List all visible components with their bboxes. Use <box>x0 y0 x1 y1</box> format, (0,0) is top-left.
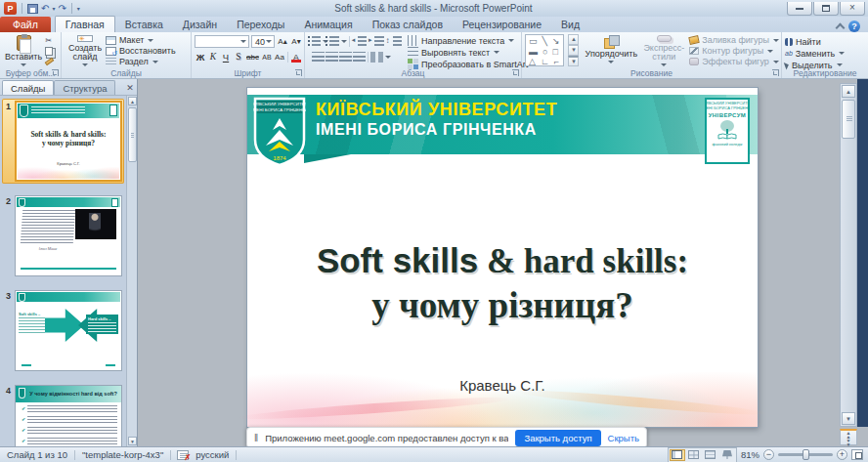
clipboard-dialog-launcher[interactable] <box>52 69 59 76</box>
font-size-combobox[interactable]: 40 <box>251 35 275 48</box>
text-direction-button[interactable]: Направление текста <box>408 35 538 46</box>
paste-button[interactable]: Вставить <box>3 34 44 67</box>
underline-button[interactable]: Ч <box>220 51 232 63</box>
redo-button[interactable]: ↷ <box>58 3 65 14</box>
normal-view-button[interactable] <box>670 449 685 461</box>
slide-scrollbar[interactable]: ▲ ▼ <box>840 83 857 427</box>
shape-elbow-connector-icon[interactable]: ⌐ <box>554 57 559 66</box>
shapes-more-button[interactable]: ▼ <box>568 56 579 66</box>
italic-button[interactable]: К <box>207 51 219 63</box>
save-icon[interactable] <box>27 4 38 14</box>
zoom-out-button[interactable]: − <box>763 449 774 460</box>
tab-insert[interactable]: Вставка <box>115 17 173 32</box>
language-indicator[interactable]: русский <box>189 449 236 460</box>
scroll-down-icon[interactable]: ▼ <box>842 412 855 425</box>
help-icon[interactable]: ? <box>848 21 860 32</box>
shape-frame-icon[interactable]: □ <box>552 47 557 58</box>
replace-button[interactable]: Заменить <box>785 48 866 59</box>
slide-thumbnail-3[interactable]: 3 Soft skills – Hard skills – <box>2 288 124 373</box>
section-button[interactable]: Раздел <box>106 57 176 66</box>
zoom-slider[interactable] <box>778 453 833 456</box>
text-shadow-button[interactable]: S <box>233 51 244 63</box>
zoom-slider-thumb[interactable] <box>803 449 809 460</box>
tab-slides-thumbnails[interactable]: Слайды <box>2 80 54 95</box>
new-slide-button[interactable]: Создать слайд <box>65 34 106 67</box>
columns-icon[interactable] <box>370 52 383 63</box>
powerpoint-app-icon[interactable]: P <box>4 2 17 15</box>
pause-icon[interactable]: ‖ <box>254 433 258 443</box>
arrange-button[interactable]: Упорядочить <box>584 34 638 67</box>
minimize-button[interactable] <box>787 2 812 16</box>
tab-home[interactable]: Главная <box>55 16 115 32</box>
spell-check-icon[interactable] <box>177 450 189 460</box>
shapes-gallery[interactable]: ▭╲↘▬○□△∟⌐→↓◇≈⌒~{}☆ <box>525 34 564 66</box>
shape-rectangle-icon[interactable]: ▭ <box>529 36 538 47</box>
font-name-combobox[interactable] <box>195 35 249 48</box>
bold-button[interactable]: Ж <box>195 51 206 63</box>
current-slide-canvas[interactable]: КИЇВСЬКИЙ УНІВЕРСИТЕТ ІМЕНІ БОРИСА ГРІНЧ… <box>247 88 758 427</box>
slide-1-preview[interactable]: Soft skills & hard skills: у чому різниц… <box>15 101 122 182</box>
zoom-in-button[interactable]: + <box>837 449 847 460</box>
slide-title[interactable]: Soft skills & hard skills: у чому різниц… <box>247 239 758 328</box>
tab-animations[interactable]: Анимация <box>294 17 362 32</box>
shape-effects-button[interactable]: Эффекты фигур <box>689 57 779 66</box>
slide-thumbnail-1[interactable]: 1 Soft skills & hard skills: у чому різн… <box>2 99 124 184</box>
quick-styles-button[interactable]: Экспресс-стили <box>641 34 686 67</box>
tab-view[interactable]: Вид <box>551 17 589 32</box>
hide-notification-link[interactable]: Скрыть <box>608 433 639 443</box>
close-button[interactable]: × <box>840 2 865 16</box>
tab-slideshow[interactable]: Показ слайдов <box>363 17 453 32</box>
next-slide-icon[interactable]: ▼▼ <box>846 439 851 446</box>
align-right-icon[interactable] <box>339 52 352 63</box>
fit-to-window-button[interactable] <box>851 449 863 460</box>
drawing-dialog-launcher[interactable] <box>772 69 779 76</box>
undo-button[interactable]: ↶ <box>41 3 49 14</box>
shapes-scroll-down-button[interactable]: ▼ <box>568 45 579 56</box>
undo-dropdown-icon[interactable]: ▾ <box>52 5 55 12</box>
shape-line-icon[interactable]: ╲ <box>542 36 547 47</box>
slide-3-preview[interactable]: Soft skills – Hard skills – <box>15 290 122 371</box>
font-color-button[interactable]: А <box>290 51 302 63</box>
panel-scroll-up-icon[interactable]: ▲ <box>128 97 137 105</box>
shape-line-arrow-icon[interactable]: ↘ <box>552 36 560 47</box>
shape-rounded-rectangle-icon[interactable]: ▬ <box>529 47 538 58</box>
shape-outline-button[interactable]: Контур фигуры <box>689 46 779 56</box>
panel-scrollbar-thumb[interactable] <box>128 107 137 162</box>
slide-2-preview[interactable]: Ілон Маск <box>15 195 122 276</box>
tab-file[interactable]: Файл <box>0 17 51 32</box>
layout-button[interactable]: Макет <box>106 35 176 45</box>
font-dialog-launcher[interactable] <box>295 69 302 76</box>
copy-button[interactable] <box>44 46 55 57</box>
decrease-indent-icon[interactable] <box>358 36 367 47</box>
reset-button[interactable]: Восстановить <box>106 46 176 56</box>
line-spacing-icon[interactable] <box>393 36 402 47</box>
panel-close-icon[interactable]: ✕ <box>123 83 137 95</box>
scroll-up-icon[interactable]: ▲ <box>842 85 855 98</box>
strikethrough-button[interactable]: abc <box>245 51 260 63</box>
shape-fill-button[interactable]: Заливка фигуры <box>689 35 779 45</box>
numbering-dropdown-icon[interactable] <box>341 40 347 43</box>
tab-design[interactable]: Дизайн <box>173 17 227 32</box>
find-button[interactable]: Найти <box>785 36 866 47</box>
align-center-icon[interactable] <box>326 52 338 63</box>
panel-scrollbar[interactable]: ▲ ▼ <box>126 96 137 446</box>
shape-elbow-icon[interactable]: ∟ <box>541 57 549 66</box>
reading-view-button[interactable] <box>703 449 718 461</box>
slide-thumbnail-4[interactable]: 4 У чому відмінності hard від soft? ✔ ✔ … <box>2 383 124 446</box>
restore-button[interactable] <box>813 2 839 16</box>
shape-triangle-icon[interactable]: △ <box>529 57 536 66</box>
format-painter-button[interactable] <box>44 56 55 66</box>
shapes-scroll-up-button[interactable]: ▲ <box>568 34 579 45</box>
justify-icon[interactable] <box>353 52 366 63</box>
character-spacing-button[interactable]: АВ <box>261 51 273 63</box>
cut-button[interactable]: ✂ <box>44 35 55 46</box>
slide-4-preview[interactable]: У чому відмінності hard від soft? ✔ ✔ ✔ … <box>15 385 122 446</box>
minimize-ribbon-icon[interactable] <box>836 23 846 33</box>
tab-review[interactable]: Рецензирование <box>453 17 551 32</box>
align-text-button[interactable]: Выровнять текст <box>408 47 538 58</box>
panel-scroll-down-icon[interactable]: ▼ <box>128 437 137 445</box>
tab-transitions[interactable]: Переходы <box>227 17 294 32</box>
columns-dropdown-icon[interactable] <box>385 56 391 59</box>
slide-author[interactable]: Кравець С.Г. <box>247 377 758 394</box>
slide-thumbnail-2[interactable]: 2 Ілон Маск <box>2 193 124 278</box>
